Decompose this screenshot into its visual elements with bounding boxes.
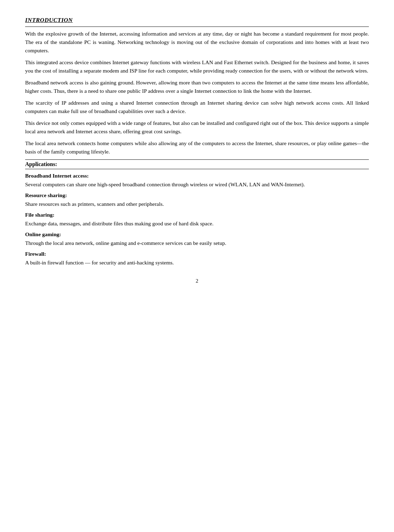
- intro-paragraph-3: Broadband network access is also gaining…: [25, 78, 369, 95]
- app-item-resource-sharing: Resource sharing: Share resources such a…: [25, 192, 369, 208]
- app-text-broadband: Several computers can share one high-spe…: [25, 180, 369, 189]
- applications-heading: Applications:: [25, 159, 369, 169]
- intro-paragraph-5: This device not only comes equipped with…: [25, 119, 369, 136]
- app-text-gaming: Through the local area network, online g…: [25, 239, 369, 247]
- intro-paragraph-6: The local area network connects home com…: [25, 139, 369, 156]
- page-title: INTRODUCTION: [25, 17, 369, 24]
- app-item-firewall: Firewall: A built-in firewall function —…: [25, 251, 369, 267]
- app-text-file: Exchange data, messages, and distribute …: [25, 219, 369, 228]
- app-heading-broadband: Broadband Internet access:: [25, 173, 369, 179]
- title-divider: [25, 27, 369, 27]
- app-heading-file: File sharing:: [25, 212, 369, 218]
- app-item-gaming: Online gaming: Through the local area ne…: [25, 231, 369, 247]
- app-heading-gaming: Online gaming:: [25, 231, 369, 238]
- app-text-resource: Share resources such as printers, scanne…: [25, 200, 369, 208]
- app-text-firewall: A built-in firewall function — for secur…: [25, 258, 369, 267]
- intro-paragraph-2: This integrated access device combines I…: [25, 58, 369, 75]
- intro-paragraph-4: The scarcity of IP addresses and using a…: [25, 99, 369, 115]
- page-number: 2: [25, 278, 369, 284]
- intro-paragraph-1: With the explosive growth of the Interne…: [25, 30, 369, 55]
- applications-list: Broadband Internet access: Several compu…: [25, 173, 369, 267]
- app-item-file-sharing: File sharing: Exchange data, messages, a…: [25, 212, 369, 228]
- app-heading-firewall: Firewall:: [25, 251, 369, 257]
- app-item-broadband: Broadband Internet access: Several compu…: [25, 173, 369, 189]
- app-heading-resource: Resource sharing:: [25, 192, 369, 198]
